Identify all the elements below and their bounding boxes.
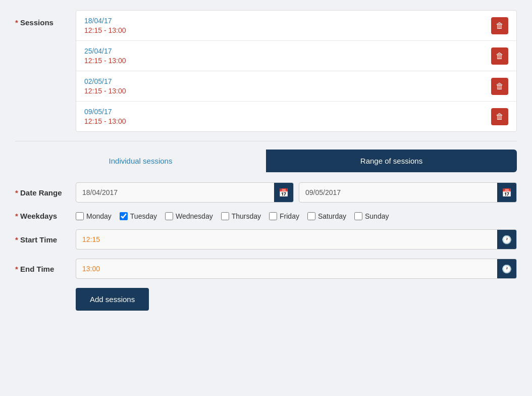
weekday-checkbox-thursday[interactable] [221,212,229,220]
weekday-item-saturday[interactable]: Saturday [307,212,346,220]
weekdays-row: * Weekdays MondayTuesdayWednesdayThursda… [15,212,517,220]
weekday-item-monday[interactable]: Monday [76,212,112,220]
weekday-label-sunday: Sunday [365,212,389,220]
weekdays-label: * Weekdays [15,212,76,220]
clock-icon-2: 🕐 [502,264,512,274]
weekdays-label-text: Weekdays [20,212,57,220]
end-time-content: 🕐 [76,259,517,279]
weekday-item-thursday[interactable]: Thursday [221,212,261,220]
trash-icon: 🗑 [496,112,504,121]
weekday-item-friday[interactable]: Friday [269,212,299,220]
weekday-checkbox-sunday[interactable] [354,212,362,220]
session-time: 12:15 - 13:00 [84,117,126,125]
end-time-clock-button[interactable]: 🕐 [497,259,516,278]
weekday-checkbox-monday[interactable] [76,212,84,220]
start-date-calendar-button[interactable]: 📅 [274,183,293,202]
end-date-input[interactable] [299,183,497,202]
weekday-label-tuesday: Tuesday [130,212,157,220]
weekday-label-thursday: Thursday [232,212,261,220]
individual-sessions-tab[interactable]: Individual sessions [15,150,266,172]
end-time-label: * End Time [15,265,76,273]
start-date-input[interactable] [76,183,274,202]
session-info: 25/04/17 12:15 - 13:00 [84,47,126,65]
start-time-label-text: Start Time [20,235,57,244]
weekday-label-monday: Monday [86,212,112,220]
delete-session-button[interactable]: 🗑 [491,78,508,95]
calendar-icon-2: 📅 [502,188,512,197]
start-time-row: * Start Time 🕐 [15,229,517,250]
weekdays-checkboxes: MondayTuesdayWednesdayThursdayFridaySatu… [76,212,389,220]
date-range-content: 📅 📅 [76,182,517,203]
main-container: * Sessions 18/04/17 12:15 - 13:00 🗑 25/0… [5,5,527,396]
session-item: 18/04/17 12:15 - 13:00 🗑 [76,11,516,41]
end-date-group: 📅 [299,182,517,203]
range-of-sessions-tab[interactable]: Range of sessions [266,150,517,172]
trash-icon: 🗑 [496,21,504,30]
clock-icon: 🕐 [502,235,512,244]
start-time-required: * [15,235,18,244]
end-time-input[interactable] [76,260,497,278]
weekday-checkbox-friday[interactable] [269,212,277,220]
date-range-label: * Date Range [15,188,76,197]
session-item: 09/05/17 12:15 - 13:00 🗑 [76,102,516,131]
weekday-checkbox-wednesday[interactable] [165,212,173,220]
end-time-label-text: End Time [20,265,54,273]
session-date: 25/04/17 [84,47,126,55]
weekday-item-sunday[interactable]: Sunday [354,212,389,220]
weekdays-required: * [15,212,18,220]
session-info: 18/04/17 12:15 - 13:00 [84,17,126,34]
delete-session-button[interactable]: 🗑 [491,47,508,65]
session-item: 25/04/17 12:15 - 13:00 🗑 [76,41,516,71]
start-date-group: 📅 [76,182,294,203]
session-time: 12:15 - 13:00 [84,87,126,95]
start-time-clock-button[interactable]: 🕐 [497,230,516,249]
end-date-calendar-button[interactable]: 📅 [497,183,516,202]
add-sessions-button[interactable]: Add sessions [76,288,149,311]
weekday-checkbox-tuesday[interactable] [120,212,128,220]
end-time-required: * [15,265,18,273]
weekday-item-tuesday[interactable]: Tuesday [120,212,157,220]
start-time-group: 🕐 [76,229,517,250]
sessions-section: * Sessions 18/04/17 12:15 - 13:00 🗑 25/0… [15,10,517,132]
start-time-label: * Start Time [15,235,76,244]
separator [15,141,517,141]
weekday-item-wednesday[interactable]: Wednesday [165,212,213,220]
calendar-icon: 📅 [279,188,289,197]
trash-icon: 🗑 [496,82,504,91]
weekday-label-saturday: Saturday [318,212,346,220]
trash-icon: 🗑 [496,52,504,61]
session-time: 12:15 - 13:00 [84,26,126,34]
sessions-list: 18/04/17 12:15 - 13:00 🗑 25/04/17 12:15 … [76,10,517,132]
sessions-label-text: Sessions [20,18,54,27]
start-time-content: 🕐 [76,229,517,250]
date-range-required: * [15,188,18,197]
date-range-row: * Date Range 📅 📅 [15,182,517,203]
sessions-required-marker: * [15,18,18,27]
delete-session-button[interactable]: 🗑 [491,108,508,125]
sessions-label: * Sessions [15,10,76,27]
add-sessions-row: Add sessions [15,288,517,311]
weekday-label-friday: Friday [280,212,299,220]
end-time-row: * End Time 🕐 [15,259,517,279]
session-info: 09/05/17 12:15 - 13:00 [84,108,126,125]
tab-section: Individual sessions Range of sessions [15,150,517,172]
weekday-label-wednesday: Wednesday [176,212,213,220]
delete-session-button[interactable]: 🗑 [491,17,508,34]
session-date: 09/05/17 [84,108,126,116]
session-time: 12:15 - 13:00 [84,57,126,65]
end-time-group: 🕐 [76,259,517,279]
session-date: 18/04/17 [84,17,126,25]
start-time-input[interactable] [76,230,497,249]
session-info: 02/05/17 12:15 - 13:00 [84,77,126,95]
date-range-label-text: Date Range [20,188,62,197]
weekday-checkbox-saturday[interactable] [307,212,315,220]
session-date: 02/05/17 [84,77,126,85]
session-item: 02/05/17 12:15 - 13:00 🗑 [76,71,516,102]
